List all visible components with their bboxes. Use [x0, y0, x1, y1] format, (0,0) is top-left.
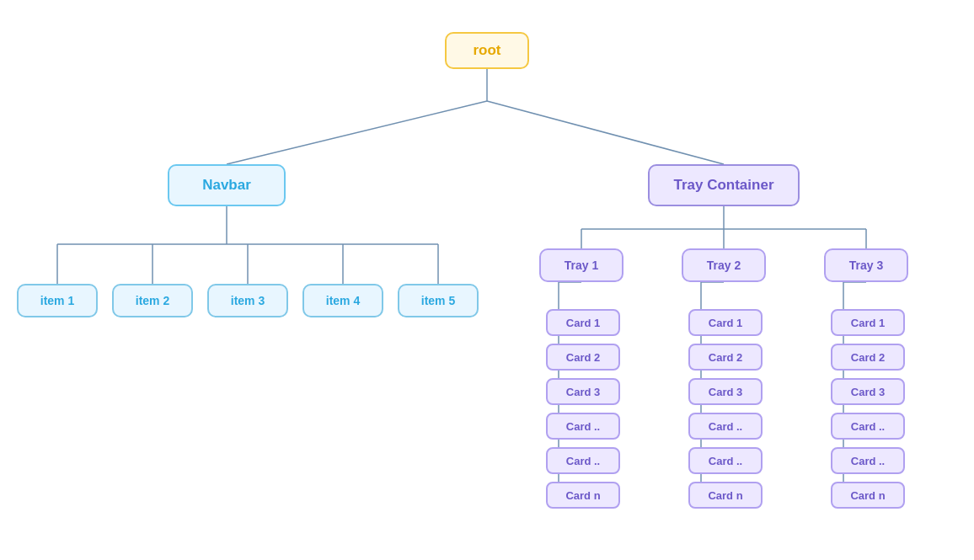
tray3-card-2[interactable]: Card 2: [831, 344, 905, 371]
tray1-card-5[interactable]: Card ..: [546, 447, 620, 474]
tray2-card-1[interactable]: Card 1: [688, 309, 763, 336]
tray1-card-6[interactable]: Card n: [546, 482, 620, 509]
tray2-card-4[interactable]: Card ..: [688, 413, 763, 440]
tray2-card-5[interactable]: Card ..: [688, 447, 763, 474]
navbar-item-2[interactable]: item 2: [112, 284, 193, 317]
tray2-card-3-label: Card 3: [709, 386, 742, 398]
tray2-card-5-label: Card ..: [709, 455, 742, 467]
tray2-card-3[interactable]: Card 3: [688, 378, 763, 405]
tray3-card-1-label: Card 1: [851, 317, 885, 329]
tray-1-label: Tray 1: [565, 259, 598, 272]
tray1-card-4[interactable]: Card ..: [546, 413, 620, 440]
tray2-card-2[interactable]: Card 2: [688, 344, 763, 371]
tray1-card-4-label: Card ..: [566, 420, 600, 433]
tray3-card-4-label: Card ..: [851, 420, 885, 433]
svg-line-2: [487, 101, 724, 164]
tray1-card-2-label: Card 2: [566, 351, 600, 364]
tray-2-label: Tray 2: [707, 259, 741, 272]
tray1-card-6-label: Card n: [565, 489, 600, 502]
tray-3-label: Tray 3: [849, 259, 883, 272]
tray2-card-4-label: Card ..: [709, 420, 742, 433]
tray3-card-1[interactable]: Card 1: [831, 309, 905, 336]
navbar-item-1[interactable]: item 1: [17, 284, 98, 317]
tray1-card-1-label: Card 1: [566, 317, 600, 329]
tray3-card-4[interactable]: Card ..: [831, 413, 905, 440]
navbar-node[interactable]: Navbar: [168, 164, 286, 206]
tray2-card-6-label: Card n: [708, 489, 742, 502]
tray1-card-3-label: Card 3: [566, 386, 600, 398]
tray2-card-1-label: Card 1: [709, 317, 742, 329]
tray3-card-5[interactable]: Card ..: [831, 447, 905, 474]
tray1-card-3[interactable]: Card 3: [546, 378, 620, 405]
tray1-card-5-label: Card ..: [566, 455, 600, 467]
tray3-card-3[interactable]: Card 3: [831, 378, 905, 405]
navbar-label: Navbar: [202, 177, 251, 194]
navbar-item-3[interactable]: item 3: [207, 284, 288, 317]
item-2-label: item 2: [136, 294, 169, 307]
tray2-card-6[interactable]: Card n: [688, 482, 763, 509]
tray-container-node[interactable]: Tray Container: [648, 164, 800, 206]
tray3-card-3-label: Card 3: [851, 386, 885, 398]
tray3-card-6[interactable]: Card n: [831, 482, 905, 509]
navbar-item-4[interactable]: item 4: [302, 284, 383, 317]
tray3-card-5-label: Card ..: [851, 455, 885, 467]
tray-container-label: Tray Container: [673, 177, 773, 194]
item-4-label: item 4: [326, 294, 360, 307]
root-node[interactable]: root: [445, 32, 529, 69]
root-label: root: [473, 42, 500, 59]
tray3-card-6-label: Card n: [850, 489, 885, 502]
tray-2-node[interactable]: Tray 2: [682, 248, 766, 282]
tray1-card-1[interactable]: Card 1: [546, 309, 620, 336]
item-1-label: item 1: [40, 294, 74, 307]
tray2-card-2-label: Card 2: [709, 351, 742, 364]
navbar-item-5[interactable]: item 5: [398, 284, 479, 317]
item-3-label: item 3: [231, 294, 265, 307]
tray-1-node[interactable]: Tray 1: [539, 248, 623, 282]
tray3-card-2-label: Card 2: [851, 351, 885, 364]
tray-3-node[interactable]: Tray 3: [824, 248, 908, 282]
item-5-label: item 5: [421, 294, 455, 307]
tray1-card-2[interactable]: Card 2: [546, 344, 620, 371]
svg-line-1: [227, 101, 487, 164]
